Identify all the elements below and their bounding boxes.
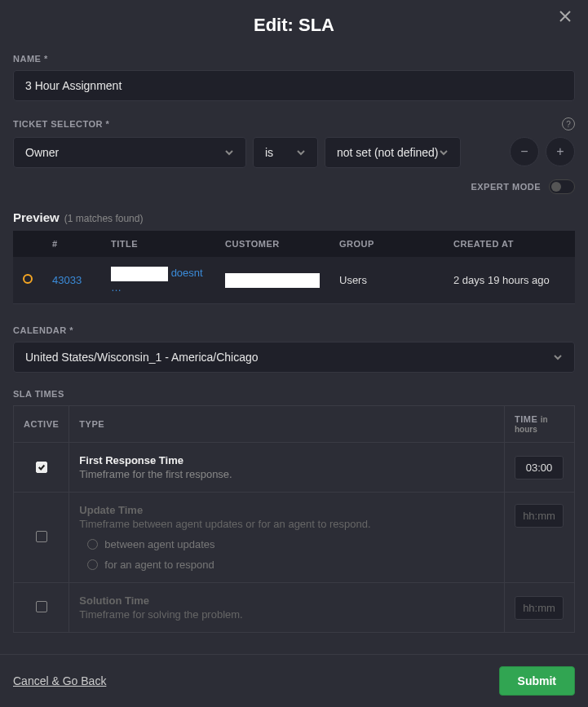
update-time-input[interactable]	[515, 504, 564, 528]
selector-value-text: not set (not defined)	[337, 146, 439, 159]
remove-condition-button[interactable]: −	[510, 137, 539, 166]
selector-operator-value: is	[265, 146, 273, 159]
solution-time-title: Solution Time	[79, 594, 494, 607]
first-response-title: First Response Time	[79, 454, 494, 466]
table-row[interactable]: 43033 doesnt … Users 2 days 19 hours ago	[13, 257, 575, 304]
preview-count: (1 matches found)	[64, 213, 144, 224]
ticket-selector-label: TICKET SELECTOR *	[13, 119, 109, 129]
selector-value[interactable]: not set (not defined)	[325, 137, 461, 168]
calendar-select[interactable]: United States/Wisconsin_1 - America/Chic…	[13, 342, 575, 373]
expert-mode-toggle[interactable]	[549, 179, 575, 194]
first-response-active-checkbox[interactable]	[36, 462, 47, 473]
sla-time-header: TIME in hours	[505, 406, 575, 443]
col-title: TITLE	[101, 231, 215, 257]
sla-row-first-response: First Response Time Timeframe for the fi…	[14, 443, 575, 493]
ticket-created: 2 days 19 hours ago	[444, 257, 575, 304]
update-option-between[interactable]: between agent updates	[79, 538, 494, 550]
update-time-desc: Timeframe between agent updates or for a…	[79, 518, 494, 530]
first-response-desc: Timeframe for the first response.	[79, 468, 494, 480]
redacted	[111, 267, 168, 281]
selector-attribute-value: Owner	[25, 146, 59, 159]
selector-operator[interactable]: is	[253, 137, 318, 168]
calendar-label: CALENDAR *	[13, 325, 575, 335]
chevron-down-icon	[439, 148, 449, 157]
close-icon[interactable]	[555, 10, 575, 29]
col-customer: CUSTOMER	[215, 231, 329, 257]
sla-row-solution-time: Solution Time Timeframe for solving the …	[14, 583, 575, 633]
radio-icon	[87, 559, 98, 570]
solution-time-desc: Timeframe for solving the problem.	[79, 608, 494, 621]
preview-table: # TITLE CUSTOMER GROUP CREATED AT 43033 …	[13, 231, 575, 304]
help-icon[interactable]: ?	[562, 117, 575, 130]
modal-title: Edit: SLA	[254, 15, 334, 35]
selector-attribute[interactable]: Owner	[13, 137, 246, 168]
priority-icon	[23, 274, 33, 284]
ticket-id-link[interactable]: 43033	[52, 274, 82, 286]
sla-type-header: TYPE	[69, 406, 505, 443]
sla-row-update-time: Update Time Timeframe between agent upda…	[14, 493, 575, 583]
calendar-value: United States/Wisconsin_1 - America/Chic…	[25, 351, 259, 364]
cancel-link[interactable]: Cancel & Go Back	[13, 674, 106, 687]
redacted	[225, 273, 320, 288]
name-input[interactable]	[13, 70, 575, 101]
expert-mode-label: EXPERT MODE	[471, 182, 541, 192]
update-time-title: Update Time	[79, 504, 494, 516]
col-group: GROUP	[329, 231, 444, 257]
ticket-group: Users	[329, 257, 444, 304]
col-hash: #	[42, 231, 101, 257]
update-time-active-checkbox[interactable]	[36, 531, 47, 542]
update-option-for-agent[interactable]: for an agent to respond	[79, 559, 494, 571]
add-condition-button[interactable]: +	[546, 137, 575, 166]
chevron-down-icon	[553, 352, 563, 362]
name-label: NAME *	[13, 54, 575, 64]
sla-times-table: ACTIVE TYPE TIME in hours First Response…	[13, 405, 575, 633]
chevron-down-icon	[224, 148, 234, 157]
preview-title: Preview	[13, 210, 60, 224]
sla-times-label: SLA TIMES	[13, 389, 575, 399]
solution-time-input[interactable]	[515, 596, 564, 620]
chevron-down-icon	[296, 148, 306, 157]
col-created: CREATED AT	[444, 231, 575, 257]
first-response-time-input[interactable]	[515, 456, 564, 479]
submit-button[interactable]: Submit	[499, 666, 575, 696]
radio-icon	[87, 539, 98, 550]
solution-time-active-checkbox[interactable]	[36, 601, 47, 612]
sla-active-header: ACTIVE	[14, 406, 69, 443]
